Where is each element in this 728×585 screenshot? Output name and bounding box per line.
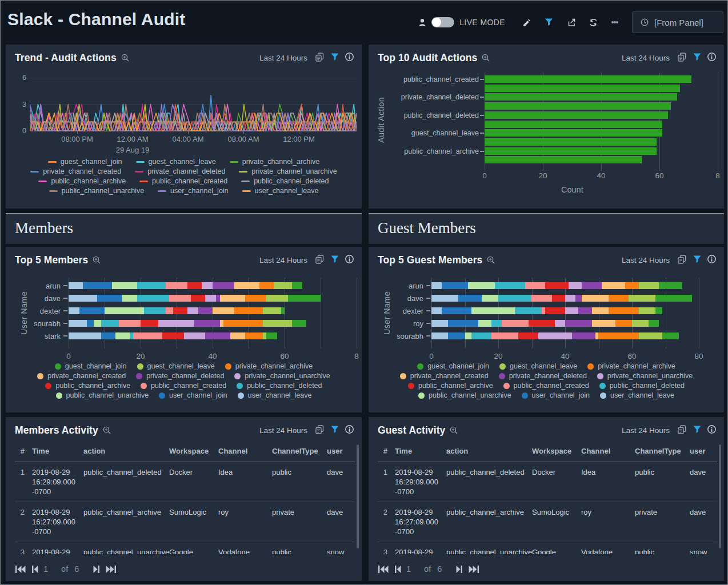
bar-segment-private_channel_archive [259, 282, 274, 289]
edit-pencil-icon[interactable] [522, 18, 531, 26]
copy-icon[interactable] [315, 425, 325, 436]
first-page-button[interactable] [378, 566, 389, 573]
legend-item[interactable]: guest_channel_leave [137, 362, 215, 370]
legend-item[interactable]: private_channel_deleted [135, 167, 225, 175]
legend-item[interactable]: private_channel_created [30, 167, 121, 175]
column-header[interactable]: action [83, 442, 169, 462]
legend-item[interactable]: private_channel_created [400, 372, 489, 380]
last-page-button[interactable] [106, 566, 116, 573]
legend-item[interactable]: public_channel_archive [45, 382, 130, 390]
bar [485, 129, 662, 137]
gridline [321, 278, 321, 348]
legend-item[interactable]: public_channel_created [503, 382, 589, 390]
legend-item[interactable]: user_channel_leave [238, 391, 312, 399]
table-cell: 2019-08-29 16:27:09.000 -0700 [395, 502, 446, 542]
legend-item[interactable]: public_channel_unarchive [56, 391, 149, 399]
legend-item[interactable]: public_channel_archive [38, 177, 126, 185]
prev-page-button[interactable] [32, 566, 38, 573]
last-page-button[interactable] [469, 566, 479, 573]
share-icon[interactable] [567, 18, 575, 26]
column-header[interactable]: user [690, 442, 717, 462]
column-header[interactable]: Workspace [169, 442, 218, 462]
user-icon[interactable] [418, 18, 426, 26]
legend-item[interactable]: public_channel_unarchive [49, 187, 145, 195]
bar-segment-guest_channel_leave [263, 307, 281, 314]
zoom-in-icon[interactable] [450, 426, 458, 436]
column-header[interactable]: Channel [581, 442, 635, 462]
legend-item[interactable]: public_channel_archive [408, 382, 493, 390]
legend-item[interactable]: user_channel_join [159, 391, 227, 399]
legend-item[interactable]: user_channel_join [158, 187, 228, 195]
vertical-scrollbar[interactable] [357, 444, 359, 548]
bar-segment-public_channel_deleted [515, 307, 542, 314]
x-axis-tick-label: 08:00 AM [228, 135, 259, 143]
column-header[interactable]: Channel [218, 442, 272, 462]
legend-item[interactable]: private_channel_unarchive [234, 372, 330, 380]
filter-icon[interactable] [693, 426, 701, 436]
live-mode-toggle[interactable] [431, 17, 454, 27]
trend-line-chart[interactable]: 03608:00 PM12:00 AM04:00 AM08:00 AM12:00… [6, 45, 362, 209]
stacked-legend: guest_channel_joinguest_channel_leavepri… [387, 362, 706, 399]
legend-item[interactable]: public_channel_deleted [599, 382, 685, 390]
copy-icon[interactable] [678, 425, 687, 436]
next-page-button[interactable] [456, 566, 462, 573]
legend-item[interactable]: private_channel_created [37, 372, 126, 380]
legend-item[interactable]: private_channel_unarchive [597, 372, 693, 380]
panel-title: Members Activity [15, 424, 98, 436]
legend-item[interactable]: public_channel_deleted [241, 177, 329, 185]
column-header[interactable]: Time [32, 442, 83, 462]
legend-item[interactable]: private_channel_archive [225, 362, 313, 370]
column-header[interactable]: # [378, 442, 395, 462]
legend-item[interactable]: private_channel_deleted [499, 372, 587, 380]
x-axis-tick-label: 12:00 AM [117, 135, 149, 143]
legend-item[interactable]: private_channel_archive [587, 362, 675, 370]
legend-label: public_channel_unarchive [62, 187, 145, 195]
kebab-menu-icon[interactable] [611, 20, 618, 25]
top5-guests-stacked-chart[interactable]: User Name 020406080arundavedexterroysour… [369, 247, 724, 412]
column-header[interactable]: ChannelType [272, 442, 327, 462]
legend-item[interactable]: user_channel_join [522, 391, 590, 399]
column-header[interactable]: Time [395, 442, 446, 462]
legend-marker [239, 171, 247, 173]
filter-icon[interactable] [545, 18, 553, 26]
refresh-icon[interactable] [589, 18, 598, 26]
legend-item[interactable]: user_channel_leave [242, 187, 319, 195]
legend-item[interactable]: guest_channel_join [417, 362, 489, 370]
bar-segment-private_channel_archive [245, 332, 263, 339]
column-header[interactable]: user [327, 442, 355, 462]
column-header[interactable]: Workspace [532, 442, 581, 462]
legend-item[interactable]: user_channel_leave [600, 391, 674, 399]
bar-segment-guest_channel_join [655, 307, 662, 314]
legend-item[interactable]: private_channel_unarchive [239, 167, 337, 175]
legend-item[interactable]: guest_channel_leave [499, 362, 577, 370]
legend-marker [137, 363, 143, 370]
column-header[interactable]: ChannelType [635, 442, 690, 462]
first-page-button[interactable] [15, 566, 26, 573]
vertical-scrollbar[interactable] [719, 444, 721, 548]
table-cell: Idea [218, 462, 272, 502]
legend-marker [55, 363, 61, 370]
legend-item[interactable]: guest_channel_leave [136, 158, 216, 166]
info-icon[interactable] [707, 425, 716, 436]
column-header[interactable]: action [446, 442, 532, 462]
legend-item[interactable]: public_channel_created [141, 382, 226, 390]
legend-item[interactable]: guest_channel_join [48, 158, 122, 166]
column-header[interactable]: # [15, 442, 32, 462]
bar [485, 102, 671, 110]
legend-item[interactable]: guest_channel_join [55, 362, 127, 370]
legend-label: guest_channel_join [427, 362, 489, 370]
next-page-button[interactable] [93, 566, 99, 573]
legend-item[interactable]: public_channel_created [139, 177, 227, 185]
category-label: dexter [6, 307, 61, 315]
info-icon[interactable] [345, 425, 354, 436]
zoom-in-icon[interactable] [103, 426, 111, 436]
filter-icon[interactable] [331, 426, 339, 436]
time-range-selector[interactable]: [From Panel] [632, 11, 723, 33]
top5-members-stacked-chart[interactable]: User Name 02040608arundavedextersourabhs… [6, 247, 362, 412]
top10-bar-chart[interactable]: Audit Action Count 02040608public_channe… [369, 45, 724, 209]
legend-item[interactable]: private_channel_archive [230, 158, 320, 166]
legend-item[interactable]: private_channel_deleted [136, 372, 224, 380]
prev-page-button[interactable] [395, 566, 401, 573]
legend-item[interactable]: public_channel_unarchive [418, 391, 511, 399]
legend-item[interactable]: public_channel_deleted [237, 382, 322, 390]
